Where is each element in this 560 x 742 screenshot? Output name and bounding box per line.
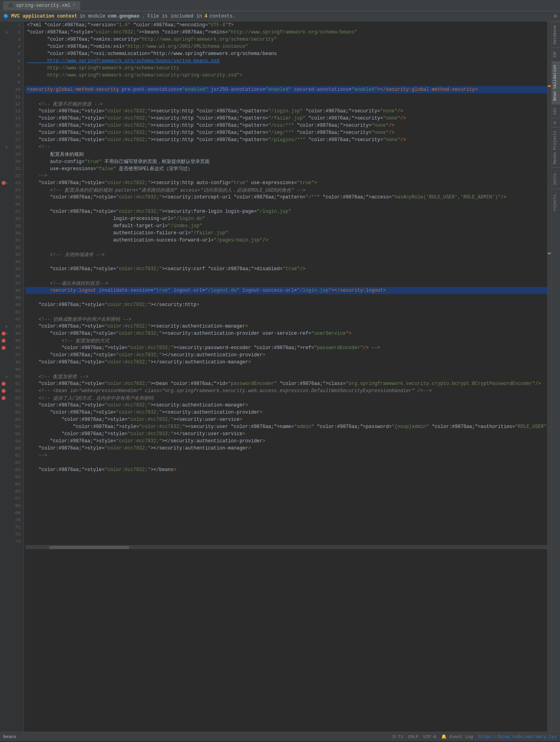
line-num-13: 13	[0, 108, 24, 115]
code-line-36	[26, 273, 547, 280]
line-num-61: 61	[0, 452, 24, 459]
line-num-23: ▷23	[0, 179, 24, 186]
code-line-34	[26, 258, 547, 265]
line-num-11: 11	[0, 93, 24, 100]
m-tab[interactable]: m	[552, 118, 560, 127]
code-line-16: "color:#9876aa;">style="color:#cc7832;">…	[26, 129, 547, 136]
code-line-61: -->	[26, 452, 547, 459]
code-editor[interactable]: <?xml "color:#9876aa;">version="1.0" "co…	[24, 22, 547, 732]
code-line-49	[26, 366, 547, 373]
code-line-72	[26, 531, 547, 538]
horizontal-scrollbar[interactable]	[26, 545, 547, 549]
line-num-27: 27	[0, 208, 24, 215]
line-num-35: 35	[0, 265, 24, 273]
maven-projects-tab[interactable]: Maven Projects	[552, 127, 560, 167]
right-panel: Database JSF Bean Validation CDI m Maven…	[551, 22, 560, 732]
line-num-2: ▷2	[0, 29, 24, 36]
jects-tab[interactable]: jects.	[552, 167, 560, 188]
line-num-72: 72	[0, 531, 24, 538]
code-line-50: <!-- 配置加密类 -->	[26, 373, 547, 380]
fold-arrow-50[interactable]: ▷	[6, 374, 8, 379]
line-num-50: ▷50	[0, 373, 24, 380]
code-line-23: "color:#9876aa;">style="color:#cc7832;">…	[26, 179, 547, 186]
line-num-65: 65	[0, 481, 24, 488]
fold-arrow-44[interactable]: ▷	[6, 331, 8, 336]
rojects-tab[interactable]: rojects.	[552, 188, 560, 214]
code-line-69	[26, 509, 547, 516]
fold-arrow-23[interactable]: ▷	[6, 181, 8, 185]
line-num-14: 14	[0, 115, 24, 122]
fold-arrow-2[interactable]: ▷	[6, 30, 8, 35]
bean-validation-tab[interactable]: Bean Validation	[552, 61, 560, 104]
code-line-28: login-processing-url="/login.do"	[26, 215, 547, 222]
code-line-38: <security:logout invalidate-session="tru…	[26, 287, 547, 294]
line-num-59: 59	[0, 438, 24, 445]
cursor-position: 5:71	[393, 734, 403, 739]
line-num-49: 49	[0, 366, 24, 373]
code-line-17: "color:#9876aa;">style="color:#cc7832;">…	[26, 136, 547, 143]
scrollbar-thumb[interactable]	[49, 546, 129, 549]
line-num-26: 26	[0, 201, 24, 208]
xml-icon: ⬛	[8, 3, 14, 8]
settings-icon[interactable]: ⚙	[554, 13, 557, 19]
line-number-gutter: 1▷234567891011121314151617▷1819202122▷23…	[0, 22, 24, 732]
code-line-58: "color:#9876aa;">style="color:#cc7832;">…	[26, 430, 547, 438]
code-line-57: "color:#9876aa;">style="color:#cc7832;">…	[26, 423, 547, 430]
line-num-57: 57	[0, 423, 24, 430]
code-line-65	[26, 481, 547, 488]
code-line-70	[26, 516, 547, 524]
close-tab-button[interactable]: ×	[73, 3, 75, 8]
status-scope: beans	[3, 734, 16, 739]
line-num-7: 7	[0, 65, 24, 72]
code-line-18: <!--	[26, 143, 547, 151]
code-line-56: "color:#9876aa;">style="color:#cc7832;">…	[26, 416, 547, 423]
code-line-11	[26, 93, 547, 100]
line-num-64: 64	[0, 473, 24, 481]
code-line-10: <security:global-method-security pre-pos…	[26, 86, 547, 93]
line-num-18: ▷18	[0, 143, 24, 151]
code-line-15: "color:#9876aa;">style="color:#cc7832;">…	[26, 122, 547, 129]
blog-url[interactable]: https://blog.csdn.net/Gary_lyy	[478, 734, 557, 739]
line-num-53: 53	[0, 395, 24, 402]
line-num-6: 6	[0, 57, 24, 65]
event-log[interactable]: 🔔 Event Log	[441, 734, 473, 739]
line-num-60: 60	[0, 445, 24, 452]
status-right: 5:71 CRLF UTF-8 🔔 Event Log https://blog…	[393, 734, 557, 739]
code-line-20: auto-config="true" 不用自己编写登录的页面，框架提供默认登录页…	[26, 158, 547, 165]
info-bar: 🔷 MVC application context in module com.…	[0, 11, 560, 22]
code-line-44: "color:#9876aa;">style="color:#cc7832;">…	[26, 330, 547, 337]
line-num-73: 73	[0, 538, 24, 545]
line-num-24: 24	[0, 186, 24, 194]
fold-arrow-43[interactable]: ▷	[6, 324, 8, 329]
scroll-marker-2	[548, 253, 551, 254]
code-line-47: "color:#9876aa;">style="color:#cc7832;">…	[26, 351, 547, 359]
jsf-tab[interactable]: JSF	[552, 47, 560, 61]
code-line-40: "color:#9876aa;">style="color:#cc7832;">…	[26, 301, 547, 308]
code-line-26	[26, 201, 547, 208]
line-num-52: 52	[0, 387, 24, 395]
code-line-5: "color:#9876aa;">xsi:schemaLocation="htt…	[26, 50, 547, 57]
code-line-73	[26, 538, 547, 545]
code-line-7: http://www.springframework.org/schema/se…	[26, 65, 547, 72]
mvc-icon: 🔷	[3, 14, 9, 19]
tab-label: spring-security.xml	[16, 3, 71, 8]
fold-arrow-18[interactable]: ▷	[6, 145, 8, 149]
line-num-10: 10	[0, 86, 24, 93]
code-line-62	[26, 459, 547, 466]
code-line-25: "color:#9876aa;">style="color:#cc7832;">…	[26, 194, 547, 201]
line-num-37: 37	[0, 280, 24, 287]
code-line-31: authentication-success-forward-url="/pag…	[26, 237, 547, 244]
code-line-2: "color:#9876aa;">style="color:#cc7832;">…	[26, 29, 547, 36]
database-tab[interactable]: Database	[552, 22, 560, 47]
code-line-45: <!-- 配置加密的方式	[26, 337, 547, 344]
file-tab[interactable]: ⬛ spring-security.xml ×	[3, 1, 80, 10]
line-num-56: 56	[0, 416, 24, 423]
line-num-67: 67	[0, 495, 24, 502]
cdi-tab[interactable]: CDI	[552, 104, 560, 118]
code-line-35: "color:#9876aa;">style="color:#cc7832;">…	[26, 265, 547, 273]
line-num-71: 71	[0, 524, 24, 531]
scroll-indicator[interactable]	[547, 22, 551, 732]
code-line-32	[26, 244, 547, 251]
line-num-63: 63	[0, 466, 24, 473]
line-num-30: 30	[0, 230, 24, 237]
